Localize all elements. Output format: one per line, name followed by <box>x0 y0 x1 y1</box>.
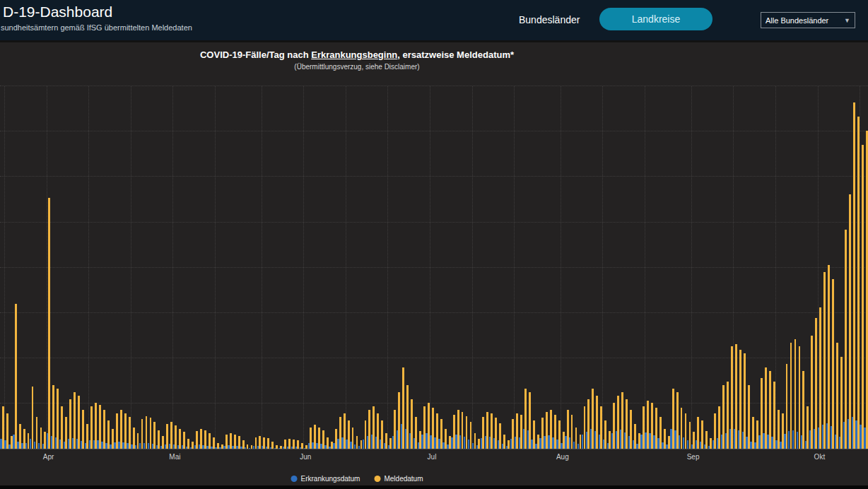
bar-meldedatum[interactable] <box>166 424 168 449</box>
bar-meldedatum[interactable] <box>107 420 110 449</box>
bar-meldedatum[interactable] <box>541 418 544 449</box>
bar-meldedatum[interactable] <box>170 422 172 449</box>
bar-meldedatum[interactable] <box>790 343 792 449</box>
bar-meldedatum[interactable] <box>415 417 417 449</box>
bar-meldedatum[interactable] <box>470 422 472 449</box>
tab-landkreise[interactable]: Landkreise <box>599 8 712 30</box>
bar-meldedatum[interactable] <box>756 420 758 449</box>
bar-meldedatum[interactable] <box>866 131 868 449</box>
bar-meldedatum[interactable] <box>331 442 333 449</box>
bar-meldedatum[interactable] <box>69 399 71 449</box>
bar-meldedatum[interactable] <box>731 346 733 449</box>
bar-meldedatum[interactable] <box>297 440 299 449</box>
bar-meldedatum[interactable] <box>634 424 636 449</box>
bar-meldedatum[interactable] <box>339 417 341 449</box>
bar-meldedatum[interactable] <box>630 410 632 449</box>
bar-meldedatum[interactable] <box>238 436 240 449</box>
bar-meldedatum[interactable] <box>213 437 215 449</box>
bar-meldedatum[interactable] <box>200 429 202 449</box>
bar-meldedatum[interactable] <box>693 432 695 449</box>
bar-meldedatum[interactable] <box>402 367 404 449</box>
bar-meldedatum[interactable] <box>385 433 387 449</box>
bar-meldedatum[interactable] <box>225 435 228 449</box>
bar-meldedatum[interactable] <box>440 419 442 449</box>
bar-meldedatum[interactable] <box>153 422 156 449</box>
bar-meldedatum[interactable] <box>150 418 152 449</box>
bar-meldedatum[interactable] <box>90 406 93 449</box>
bar-meldedatum[interactable] <box>293 440 295 449</box>
bar-meldedatum[interactable] <box>664 429 666 449</box>
bar-meldedatum[interactable] <box>103 410 105 449</box>
bar-meldedatum[interactable] <box>11 436 13 449</box>
bar-meldedatum[interactable] <box>381 420 383 449</box>
bar-meldedatum[interactable] <box>761 378 763 449</box>
bar-meldedatum[interactable] <box>74 392 76 449</box>
bar-meldedatum[interactable] <box>862 145 864 449</box>
bar-meldedatum[interactable] <box>524 389 527 449</box>
bar-meldedatum[interactable] <box>301 443 303 449</box>
bar-meldedatum[interactable] <box>288 439 291 449</box>
bar-meldedatum[interactable] <box>604 420 606 449</box>
bar-meldedatum[interactable] <box>600 406 602 449</box>
bar-meldedatum[interactable] <box>802 371 804 449</box>
bar-meldedatum[interactable] <box>99 405 101 449</box>
bar-meldedatum[interactable] <box>348 420 350 449</box>
bar-meldedatum[interactable] <box>61 406 63 449</box>
bar-meldedatum[interactable] <box>794 339 797 449</box>
bar-meldedatum[interactable] <box>428 403 430 449</box>
tab-bundeslaender[interactable]: Bundesländer <box>515 13 584 26</box>
bar-meldedatum[interactable] <box>373 406 375 449</box>
bar-meldedatum[interactable] <box>389 438 392 449</box>
bar-meldedatum[interactable] <box>705 431 708 449</box>
bar-meldedatum[interactable] <box>520 415 522 449</box>
bar-meldedatum[interactable] <box>828 265 830 449</box>
bar-meldedatum[interactable] <box>310 428 312 449</box>
bar-meldedatum[interactable] <box>744 353 746 449</box>
bar-meldedatum[interactable] <box>580 435 582 449</box>
bar-meldedatum[interactable] <box>356 436 358 449</box>
bar-meldedatum[interactable] <box>32 387 34 449</box>
bar-meldedatum[interactable] <box>394 410 396 449</box>
bar-meldedatum[interactable] <box>259 436 261 449</box>
bar-meldedatum[interactable] <box>78 396 80 449</box>
bar-meldedatum[interactable] <box>449 436 451 449</box>
bar-meldedatum[interactable] <box>596 396 598 449</box>
bar-meldedatum[interactable] <box>48 198 50 449</box>
bar-meldedatum[interactable] <box>116 413 118 449</box>
bar-meldedatum[interactable] <box>360 440 363 449</box>
bar-meldedatum[interactable] <box>529 392 531 449</box>
bar-meldedatum[interactable] <box>284 440 286 449</box>
bar-meldedatum[interactable] <box>491 413 493 449</box>
bar-meldedatum[interactable] <box>95 403 97 449</box>
bar-meldedatum[interactable] <box>344 413 346 449</box>
bar-meldedatum[interactable] <box>411 399 413 449</box>
bar-meldedatum[interactable] <box>849 194 851 449</box>
bar-meldedatum[interactable] <box>398 392 400 449</box>
bar-meldedatum[interactable] <box>436 413 438 449</box>
bar-meldedatum[interactable] <box>242 440 245 449</box>
bar-meldedatum[interactable] <box>187 439 189 449</box>
bar-meldedatum[interactable] <box>710 438 712 449</box>
bar-meldedatum[interactable] <box>718 406 720 449</box>
bar-meldedatum[interactable] <box>778 410 780 449</box>
bar-meldedatum[interactable] <box>819 307 821 449</box>
bar-meldedatum[interactable] <box>735 344 737 449</box>
bar-meldedatum[interactable] <box>120 410 122 449</box>
bar-meldedatum[interactable] <box>621 392 623 449</box>
bar-meldedatum[interactable] <box>196 431 198 449</box>
bar-meldedatum[interactable] <box>668 436 670 449</box>
bar-meldedatum[interactable] <box>689 422 691 449</box>
bar-meldedatum[interactable] <box>6 413 8 449</box>
bar-meldedatum[interactable] <box>462 412 464 449</box>
bar-meldedatum[interactable] <box>406 385 409 449</box>
bar-meldedatum[interactable] <box>697 417 699 449</box>
bar-meldedatum[interactable] <box>495 418 497 449</box>
bar-meldedatum[interactable] <box>853 102 855 449</box>
bar-meldedatum[interactable] <box>769 371 771 449</box>
bar-meldedatum[interactable] <box>584 406 586 449</box>
bar-meldedatum[interactable] <box>701 420 703 449</box>
bar-meldedatum[interactable] <box>799 346 801 449</box>
bar-meldedatum[interactable] <box>807 406 809 449</box>
bar-meldedatum[interactable] <box>129 417 131 449</box>
bar-meldedatum[interactable] <box>432 408 434 449</box>
